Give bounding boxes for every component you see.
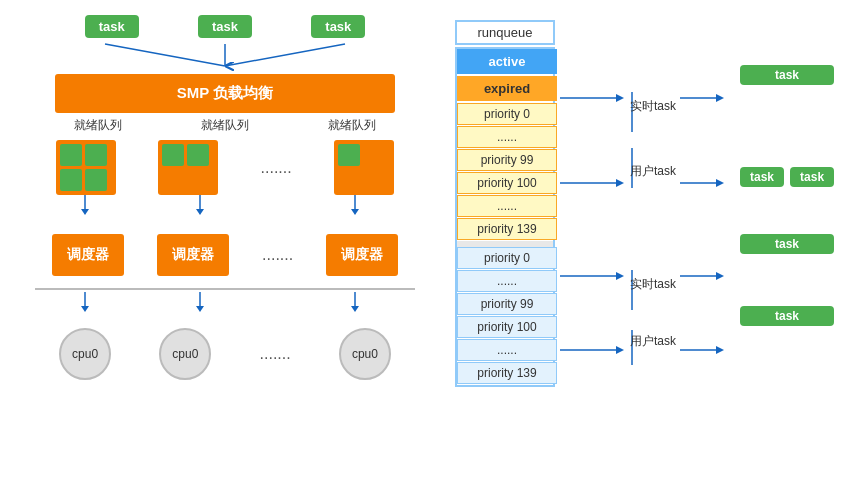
svg-marker-22 bbox=[716, 179, 724, 187]
scheduler-to-cpu-arrows bbox=[35, 292, 415, 310]
spacer3 bbox=[740, 260, 834, 300]
expired-section: expired bbox=[457, 76, 557, 101]
expired-dots2: ...... bbox=[457, 339, 557, 361]
queue-inner bbox=[60, 169, 82, 191]
svg-marker-28 bbox=[616, 272, 624, 280]
cpu-dots: ....... bbox=[260, 326, 291, 381]
divider-line bbox=[35, 288, 415, 290]
right-task-2: task bbox=[740, 167, 784, 187]
schedulers-row: 调度器 调度器 ....... 调度器 bbox=[35, 227, 415, 282]
svg-marker-12 bbox=[196, 306, 204, 312]
cpu-0-3: cpu0 bbox=[339, 328, 391, 380]
expired-p99: priority 99 bbox=[457, 293, 557, 315]
active-p139: priority 139 bbox=[457, 218, 557, 240]
svg-marker-34 bbox=[716, 346, 724, 354]
queue-to-scheduler-arrows bbox=[35, 195, 415, 213]
expired-p139: priority 139 bbox=[457, 362, 557, 384]
svg-marker-20 bbox=[616, 179, 624, 187]
queue-box-2 bbox=[158, 140, 218, 195]
left-panel: task task task SMP 负载均衡 就绪队列 就绪队列 bbox=[10, 10, 440, 490]
queue-inner bbox=[60, 144, 82, 166]
queue-inner bbox=[187, 144, 209, 166]
smp-bar: SMP 负载均衡 bbox=[55, 74, 395, 113]
svg-text:实时task: 实时task bbox=[630, 99, 677, 113]
cpu-0-2: cpu0 bbox=[159, 328, 211, 380]
svg-marker-14 bbox=[351, 306, 359, 312]
spacer1 bbox=[740, 91, 834, 161]
task-pair-1: task task bbox=[740, 167, 834, 187]
right-task-5: task bbox=[740, 306, 834, 326]
task-box-2: task bbox=[198, 15, 252, 38]
active-p99: priority 99 bbox=[457, 149, 557, 171]
expired-dots: ...... bbox=[457, 270, 557, 292]
scheduler-3: 调度器 bbox=[326, 234, 398, 276]
queue-dots: ....... bbox=[261, 140, 292, 195]
svg-marker-8 bbox=[351, 209, 359, 215]
svg-marker-10 bbox=[81, 306, 89, 312]
active-dots2: ...... bbox=[457, 195, 557, 217]
queue-label-3: 就绪队列 bbox=[328, 117, 376, 134]
right-task-4: task bbox=[740, 234, 834, 254]
svg-marker-6 bbox=[196, 209, 204, 215]
svg-text:用户task: 用户task bbox=[630, 164, 677, 178]
active-dots: ...... bbox=[457, 126, 557, 148]
scheduler-dots: ....... bbox=[262, 227, 293, 282]
spacer2 bbox=[740, 193, 834, 228]
runqueue-column: runqueue active expired priority 0 .....… bbox=[450, 20, 560, 387]
right-task-boxes: task task task task task bbox=[740, 65, 834, 326]
scheduler-2: 调度器 bbox=[157, 234, 229, 276]
queue-inner bbox=[162, 144, 184, 166]
queue-label-1: 就绪队列 bbox=[74, 117, 122, 134]
right-panel: runqueue active expired priority 0 .....… bbox=[440, 10, 854, 490]
svg-marker-16 bbox=[616, 94, 624, 102]
active-p100: priority 100 bbox=[457, 172, 557, 194]
svg-text:用户task: 用户task bbox=[630, 334, 677, 348]
scheduler-1: 调度器 bbox=[52, 234, 124, 276]
cpus-row: cpu0 cpu0 ....... cpu0 bbox=[35, 326, 415, 381]
cpu-0-1: cpu0 bbox=[59, 328, 111, 380]
right-task-1: task bbox=[740, 65, 834, 85]
svg-line-2 bbox=[225, 44, 345, 66]
expired-p100: priority 100 bbox=[457, 316, 557, 338]
tasks-row: task task task bbox=[55, 15, 395, 38]
svg-marker-4 bbox=[81, 209, 89, 215]
svg-text:实时task: 实时task bbox=[630, 277, 677, 291]
svg-marker-32 bbox=[616, 346, 624, 354]
queue-inner bbox=[85, 144, 107, 166]
right-task-3: task bbox=[790, 167, 834, 187]
queue-label-2: 就绪队列 bbox=[201, 117, 249, 134]
expired-p0: priority 0 bbox=[457, 247, 557, 269]
queue-inner bbox=[85, 169, 107, 191]
task-to-smp-arrows bbox=[55, 44, 395, 72]
runqueue-label: runqueue bbox=[455, 20, 555, 45]
queue-inner bbox=[338, 144, 360, 166]
queue-box-3 bbox=[334, 140, 394, 195]
queue-box-1 bbox=[56, 140, 116, 195]
active-p0: priority 0 bbox=[457, 103, 557, 125]
svg-marker-18 bbox=[716, 94, 724, 102]
task-box-1: task bbox=[85, 15, 139, 38]
svg-line-1 bbox=[105, 44, 225, 66]
active-section: active bbox=[457, 49, 557, 74]
task-box-3: task bbox=[311, 15, 365, 38]
svg-marker-30 bbox=[716, 272, 724, 280]
